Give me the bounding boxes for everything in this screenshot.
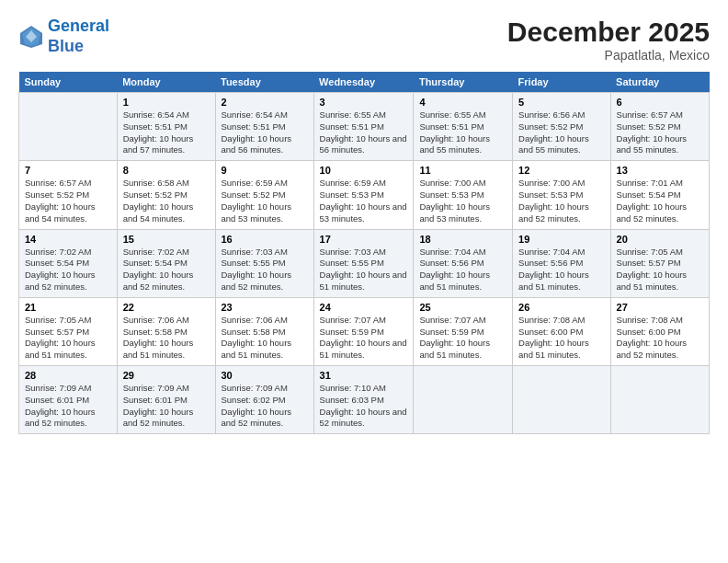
calendar-cell: 13Sunrise: 7:01 AMSunset: 5:54 PMDayligh… xyxy=(610,161,709,229)
day-number: 16 xyxy=(222,234,308,245)
calendar-cell xyxy=(610,366,709,434)
day-info: Sunrise: 7:02 AMSunset: 5:54 PMDaylight:… xyxy=(123,247,210,293)
logo: General Blue xyxy=(18,17,109,56)
logo-blue: Blue xyxy=(48,37,84,55)
calendar-cell: 18Sunrise: 7:04 AMSunset: 5:56 PMDayligh… xyxy=(414,229,513,297)
title-block: December 2025 Papatlatla, Mexico xyxy=(507,17,710,63)
header: General Blue December 2025 Papatlatla, M… xyxy=(18,17,710,63)
day-info: Sunrise: 7:07 AMSunset: 5:59 PMDaylight:… xyxy=(419,315,506,362)
calendar-table: SundayMondayTuesdayWednesdayThursdayFrid… xyxy=(18,72,710,434)
day-info: Sunrise: 7:03 AMSunset: 5:55 PMDaylight:… xyxy=(320,247,408,293)
calendar-cell: 31Sunrise: 7:10 AMSunset: 6:03 PMDayligh… xyxy=(313,366,414,434)
week-row-2: 7Sunrise: 6:57 AMSunset: 5:52 PMDaylight… xyxy=(19,161,710,229)
day-info: Sunrise: 7:03 AMSunset: 5:55 PMDaylight:… xyxy=(222,247,308,293)
calendar-cell xyxy=(414,366,513,434)
day-number: 14 xyxy=(25,234,111,245)
calendar-cell: 29Sunrise: 7:09 AMSunset: 6:01 PMDayligh… xyxy=(117,366,215,434)
day-info: Sunrise: 7:09 AMSunset: 6:01 PMDaylight:… xyxy=(123,383,210,430)
day-info: Sunrise: 7:05 AMSunset: 5:57 PMDaylight:… xyxy=(617,247,703,293)
weekday-header-friday: Friday xyxy=(513,72,610,93)
day-number: 28 xyxy=(25,370,111,381)
day-info: Sunrise: 7:01 AMSunset: 5:54 PMDaylight:… xyxy=(617,178,703,224)
calendar-cell: 10Sunrise: 6:59 AMSunset: 5:53 PMDayligh… xyxy=(313,161,414,229)
calendar-cell: 27Sunrise: 7:08 AMSunset: 6:00 PMDayligh… xyxy=(610,297,709,365)
day-number: 10 xyxy=(320,165,408,176)
day-number: 17 xyxy=(320,234,408,245)
calendar-cell: 17Sunrise: 7:03 AMSunset: 5:55 PMDayligh… xyxy=(313,229,414,297)
day-info: Sunrise: 6:59 AMSunset: 5:52 PMDaylight:… xyxy=(222,178,308,224)
weekday-header-monday: Monday xyxy=(117,72,215,93)
day-number: 19 xyxy=(518,234,604,245)
weekday-header-saturday: Saturday xyxy=(610,72,709,93)
weekday-header-tuesday: Tuesday xyxy=(215,72,313,93)
calendar-cell: 11Sunrise: 7:00 AMSunset: 5:53 PMDayligh… xyxy=(414,161,513,229)
day-info: Sunrise: 7:08 AMSunset: 6:00 PMDaylight:… xyxy=(617,315,703,362)
week-row-3: 14Sunrise: 7:02 AMSunset: 5:54 PMDayligh… xyxy=(19,229,710,297)
week-row-4: 21Sunrise: 7:05 AMSunset: 5:57 PMDayligh… xyxy=(19,297,710,365)
day-number: 11 xyxy=(419,165,506,176)
week-row-5: 28Sunrise: 7:09 AMSunset: 6:01 PMDayligh… xyxy=(19,366,710,434)
day-info: Sunrise: 6:55 AMSunset: 5:51 PMDaylight:… xyxy=(419,109,506,156)
logo-text: General Blue xyxy=(48,17,109,56)
day-info: Sunrise: 7:06 AMSunset: 5:58 PMDaylight:… xyxy=(222,315,308,362)
calendar-cell: 9Sunrise: 6:59 AMSunset: 5:52 PMDaylight… xyxy=(215,161,313,229)
day-info: Sunrise: 7:05 AMSunset: 5:57 PMDaylight:… xyxy=(25,315,111,362)
day-info: Sunrise: 7:09 AMSunset: 6:01 PMDaylight:… xyxy=(25,383,111,430)
calendar-cell: 16Sunrise: 7:03 AMSunset: 5:55 PMDayligh… xyxy=(215,229,313,297)
calendar-cell: 1Sunrise: 6:54 AMSunset: 5:51 PMDaylight… xyxy=(117,93,215,161)
day-number: 7 xyxy=(25,165,111,176)
day-info: Sunrise: 7:00 AMSunset: 5:53 PMDaylight:… xyxy=(518,178,604,224)
day-number: 12 xyxy=(518,165,604,176)
day-number: 2 xyxy=(222,97,308,108)
page: General Blue December 2025 Papatlatla, M… xyxy=(0,0,728,563)
calendar-cell: 4Sunrise: 6:55 AMSunset: 5:51 PMDaylight… xyxy=(414,93,513,161)
month-title: December 2025 xyxy=(507,17,710,48)
day-number: 29 xyxy=(123,370,210,381)
weekday-header-row: SundayMondayTuesdayWednesdayThursdayFrid… xyxy=(19,72,710,93)
calendar-cell: 23Sunrise: 7:06 AMSunset: 5:58 PMDayligh… xyxy=(215,297,313,365)
day-number: 25 xyxy=(419,302,506,313)
calendar-cell: 24Sunrise: 7:07 AMSunset: 5:59 PMDayligh… xyxy=(313,297,414,365)
day-info: Sunrise: 7:10 AMSunset: 6:03 PMDaylight:… xyxy=(320,383,408,430)
day-number: 13 xyxy=(617,165,703,176)
calendar-cell: 7Sunrise: 6:57 AMSunset: 5:52 PMDaylight… xyxy=(19,161,118,229)
day-info: Sunrise: 6:58 AMSunset: 5:52 PMDaylight:… xyxy=(123,178,210,224)
day-info: Sunrise: 6:55 AMSunset: 5:51 PMDaylight:… xyxy=(320,109,408,156)
day-info: Sunrise: 7:06 AMSunset: 5:58 PMDaylight:… xyxy=(123,315,210,362)
calendar-cell: 20Sunrise: 7:05 AMSunset: 5:57 PMDayligh… xyxy=(610,229,709,297)
calendar-cell xyxy=(513,366,610,434)
day-number: 22 xyxy=(123,302,210,313)
calendar-cell: 22Sunrise: 7:06 AMSunset: 5:58 PMDayligh… xyxy=(117,297,215,365)
calendar-cell: 12Sunrise: 7:00 AMSunset: 5:53 PMDayligh… xyxy=(513,161,610,229)
day-number: 6 xyxy=(617,97,703,108)
day-number: 20 xyxy=(617,234,703,245)
calendar-cell: 28Sunrise: 7:09 AMSunset: 6:01 PMDayligh… xyxy=(19,366,118,434)
day-number: 27 xyxy=(617,302,703,313)
day-info: Sunrise: 7:00 AMSunset: 5:53 PMDaylight:… xyxy=(419,178,506,224)
calendar-cell: 2Sunrise: 6:54 AMSunset: 5:51 PMDaylight… xyxy=(215,93,313,161)
day-number: 24 xyxy=(320,302,408,313)
calendar-cell: 25Sunrise: 7:07 AMSunset: 5:59 PMDayligh… xyxy=(414,297,513,365)
day-number: 5 xyxy=(518,97,604,108)
day-info: Sunrise: 7:04 AMSunset: 5:56 PMDaylight:… xyxy=(419,247,506,293)
day-info: Sunrise: 7:09 AMSunset: 6:02 PMDaylight:… xyxy=(222,383,308,430)
calendar-cell: 30Sunrise: 7:09 AMSunset: 6:02 PMDayligh… xyxy=(215,366,313,434)
calendar-cell: 5Sunrise: 6:56 AMSunset: 5:52 PMDaylight… xyxy=(513,93,610,161)
day-info: Sunrise: 6:57 AMSunset: 5:52 PMDaylight:… xyxy=(25,178,111,224)
day-number: 15 xyxy=(123,234,210,245)
weekday-header-thursday: Thursday xyxy=(414,72,513,93)
calendar-cell: 19Sunrise: 7:04 AMSunset: 5:56 PMDayligh… xyxy=(513,229,610,297)
day-info: Sunrise: 7:08 AMSunset: 6:00 PMDaylight:… xyxy=(518,315,604,362)
day-number: 18 xyxy=(419,234,506,245)
day-number: 3 xyxy=(320,97,408,108)
day-number: 1 xyxy=(123,97,210,108)
day-number: 31 xyxy=(320,370,408,381)
week-row-1: 1Sunrise: 6:54 AMSunset: 5:51 PMDaylight… xyxy=(19,93,710,161)
day-number: 8 xyxy=(123,165,210,176)
calendar-cell: 15Sunrise: 7:02 AMSunset: 5:54 PMDayligh… xyxy=(117,229,215,297)
day-info: Sunrise: 6:56 AMSunset: 5:52 PMDaylight:… xyxy=(518,109,604,156)
day-info: Sunrise: 7:04 AMSunset: 5:56 PMDaylight:… xyxy=(518,247,604,293)
logo-general: General xyxy=(48,17,109,35)
weekday-header-sunday: Sunday xyxy=(19,72,118,93)
day-info: Sunrise: 7:07 AMSunset: 5:59 PMDaylight:… xyxy=(320,315,408,362)
